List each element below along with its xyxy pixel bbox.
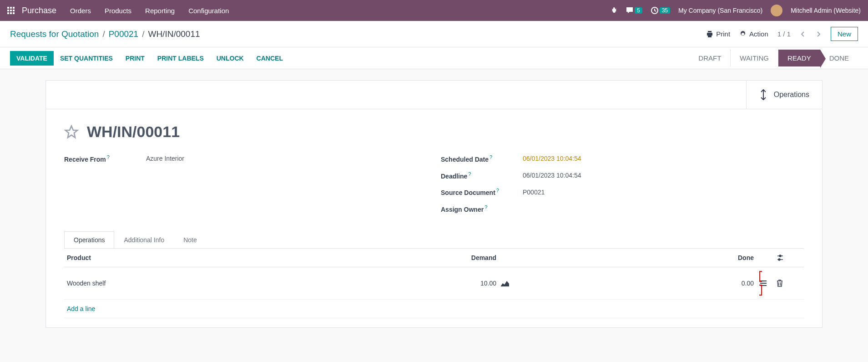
nav-configuration[interactable]: Configuration (188, 7, 229, 15)
breadcrumb-current: WH/IN/00011 (148, 29, 200, 39)
source-document-value[interactable]: P00021 (523, 189, 545, 196)
star-icon[interactable] (64, 125, 79, 139)
svg-rect-7 (10, 12, 12, 14)
pager-prev[interactable] (800, 31, 806, 37)
activities-count: 35 (660, 7, 670, 14)
svg-rect-0 (7, 7, 9, 9)
deadline-value: 06/01/2023 10:04:54 (523, 172, 581, 179)
action-button[interactable]: Action (739, 30, 768, 38)
apps-icon[interactable] (7, 7, 15, 14)
status-ready[interactable]: READY (778, 50, 820, 66)
source-document-label: Source Document? (441, 188, 523, 196)
cell-product[interactable]: Wooden shelf (64, 280, 428, 287)
col-header-demand: Demand (428, 254, 496, 261)
user-menu[interactable]: Mitchell Admin (Website) (791, 7, 861, 14)
pager: 1 / 1 (777, 30, 791, 38)
tab-note[interactable]: Note (174, 231, 207, 248)
unlock-button[interactable]: UNLOCK (210, 51, 250, 66)
print-button[interactable]: Print (706, 30, 730, 38)
company-selector[interactable]: My Company (San Francisco) (678, 7, 762, 14)
receive-from-label: Receive From? (64, 154, 146, 163)
pager-next[interactable] (815, 31, 822, 37)
settings-icon[interactable] (777, 254, 799, 261)
svg-rect-5 (13, 10, 15, 11)
scheduled-date-label: Scheduled Date? (441, 154, 523, 163)
status-draft[interactable]: DRAFT (689, 50, 731, 66)
svg-rect-8 (13, 12, 15, 14)
validate-button[interactable]: VALIDATE (10, 51, 54, 66)
breadcrumb-root[interactable]: Requests for Quotation (10, 29, 99, 39)
receive-from-value[interactable]: Azure Interior (146, 155, 184, 162)
cancel-button[interactable]: CANCEL (250, 51, 289, 66)
avatar[interactable] (771, 5, 782, 16)
cell-done[interactable]: 0.00 (519, 280, 754, 287)
status-waiting[interactable]: WAITING (731, 50, 778, 66)
debug-icon[interactable] (610, 7, 617, 14)
breadcrumb: Requests for Quotation / P00021 / WH/IN/… (10, 29, 200, 39)
nav-orders[interactable]: Orders (70, 7, 91, 15)
page-title: WH/IN/00011 (87, 123, 180, 141)
add-line-button[interactable]: Add a line (64, 305, 428, 312)
forecast-icon[interactable] (501, 280, 519, 286)
print-action-button[interactable]: PRINT (119, 51, 151, 66)
new-button[interactable]: New (831, 27, 858, 41)
col-header-done: Done (519, 254, 754, 261)
messages-icon[interactable]: 5 (626, 6, 642, 15)
breadcrumb-mid[interactable]: P00021 (109, 29, 139, 39)
deadline-label: Deadline? (441, 171, 523, 180)
svg-rect-3 (7, 10, 9, 11)
status-done[interactable]: DONE (820, 50, 858, 66)
scheduled-date-value[interactable]: 06/01/2023 10:04:54 (523, 155, 581, 162)
svg-rect-6 (7, 12, 9, 14)
svg-rect-1 (10, 7, 12, 9)
table-row[interactable]: Wooden shelf 10.00 0.00 (64, 267, 804, 300)
activities-icon[interactable]: 35 (651, 6, 670, 15)
nav-reporting[interactable]: Reporting (145, 7, 175, 15)
svg-rect-4 (10, 10, 12, 11)
print-labels-button[interactable]: PRINT LABELS (151, 51, 210, 66)
nav-products[interactable]: Products (105, 7, 131, 15)
set-quantities-button[interactable]: SET QUANTITIES (54, 51, 119, 66)
tab-additional-info[interactable]: Additional Info (114, 231, 174, 248)
cell-demand[interactable]: 10.00 (428, 280, 496, 287)
app-brand[interactable]: Purchase (22, 6, 56, 15)
detail-list-icon[interactable] (759, 271, 777, 296)
svg-rect-2 (13, 7, 15, 9)
status-flow: DRAFT WAITING READY DONE (689, 50, 858, 66)
col-header-product: Product (64, 254, 428, 261)
assign-owner-label: Assign Owner? (441, 204, 523, 213)
operations-stat-button[interactable]: Operations (746, 81, 822, 109)
messages-count: 5 (635, 7, 642, 14)
trash-icon[interactable] (777, 280, 799, 287)
tab-operations[interactable]: Operations (64, 231, 114, 248)
